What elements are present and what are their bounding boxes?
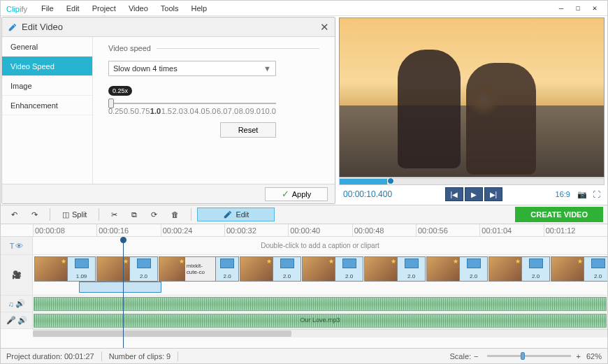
caption-hint[interactable]: Double-click to add a caption or clipart	[33, 242, 607, 249]
video-clip[interactable]: ★mixkit-cute-co2.0	[159, 256, 239, 282]
tab-video-speed[interactable]: Video Speed	[2, 57, 92, 76]
edit-content: Video speed Slow down 4 times ▼ 0.25x 0.…	[93, 37, 335, 184]
playback-progress[interactable]	[339, 178, 605, 185]
audio-track-1: ♫🔊	[1, 296, 607, 312]
clip-duration-box: 1.09	[67, 257, 95, 281]
clip-thumbnail: ★	[365, 257, 397, 281]
audio-waveform-1[interactable]	[34, 297, 607, 311]
chevron-down-icon: ▼	[263, 64, 271, 73]
reset-button[interactable]: Reset	[220, 122, 276, 138]
split-button[interactable]: ◫Split	[56, 208, 93, 221]
tab-general[interactable]: General	[2, 37, 92, 57]
speed-dropdown[interactable]: Slow down 4 times ▼	[108, 61, 276, 76]
clip-thumbnail: ★	[35, 257, 67, 281]
clips-count-value: 9	[166, 352, 171, 361]
clip-thumbnail: ★	[489, 257, 521, 281]
camera-icon: 🎥	[12, 270, 22, 279]
scale-label: Scale:	[450, 352, 472, 361]
slider-thumb[interactable]	[108, 99, 114, 108]
prev-button[interactable]: |◀	[445, 187, 463, 201]
app-logo: Clipify	[6, 3, 27, 14]
window-controls: — ☐ ✕	[554, 3, 602, 13]
clip-duration-box: 2.0	[459, 257, 487, 281]
statusbar: Project duration: 00:01:27 Number of cli…	[1, 348, 607, 363]
menu-video[interactable]: Video	[129, 4, 148, 13]
speed-slider[interactable]: 0.250.50.751.01.52.03.04.05.06.07.08.09.…	[108, 103, 276, 115]
edit-button[interactable]: Edit	[197, 208, 275, 221]
maximize-button[interactable]: ☐	[571, 3, 585, 13]
scale-minus[interactable]: −	[474, 352, 478, 361]
menu-file[interactable]: File	[41, 4, 54, 13]
edit-panel-header: Edit Video ✕	[2, 17, 335, 37]
mic-icon: 🎤	[6, 316, 16, 325]
menu-project[interactable]: Project	[92, 4, 116, 13]
timeline-scrollbar[interactable]	[33, 329, 607, 337]
selection-box[interactable]	[79, 282, 161, 293]
scale-slider[interactable]	[487, 355, 571, 357]
audio2-track-head[interactable]: 🎤🔊	[1, 312, 33, 328]
audio1-track-head[interactable]: ♫🔊	[1, 296, 33, 312]
video-clip[interactable]: ★2.0	[364, 256, 426, 282]
fullscreen-icon[interactable]: ⛶	[593, 190, 600, 199]
pencil-icon	[223, 210, 233, 219]
snapshot-icon[interactable]: 📷	[577, 190, 587, 199]
scale-value: 62%	[586, 352, 602, 361]
cut-button[interactable]: ✂	[105, 208, 124, 221]
speaker-icon[interactable]: 🔊	[15, 299, 25, 308]
close-button[interactable]: ✕	[588, 3, 602, 13]
menu-help[interactable]: Help	[191, 4, 208, 13]
clip-thumbnail: ★	[551, 257, 584, 281]
menu-tools[interactable]: Tools	[161, 4, 179, 13]
clip-duration-box: 2.0	[397, 257, 425, 281]
star-icon: ★	[453, 258, 458, 265]
clips-count-label: Number of clips:	[109, 352, 164, 361]
edit-panel-close[interactable]: ✕	[320, 21, 329, 34]
star-icon: ★	[515, 258, 521, 265]
tab-enhancement[interactable]: Enhancement	[2, 96, 92, 115]
video-clip[interactable]: ★2.0	[426, 256, 488, 282]
play-button[interactable]: ▶	[465, 187, 483, 201]
crop-button[interactable]: ⧉	[125, 208, 143, 221]
clip-filename: mixkit-cute-co	[185, 257, 215, 281]
playhead[interactable]	[123, 237, 124, 348]
timeline-ruler[interactable]: 00:00:0800:00:1600:00:2400:00:3200:00:40…	[1, 224, 607, 237]
edit-panel-title: Edit Video	[22, 22, 63, 32]
menu-edit[interactable]: Edit	[66, 4, 80, 13]
delete-button[interactable]: 🗑	[165, 208, 185, 221]
next-button[interactable]: ▶|	[484, 187, 502, 201]
apply-button[interactable]: ✓Apply	[265, 187, 328, 201]
video-clip[interactable]: ★2.0	[240, 256, 301, 282]
speaker-icon[interactable]: 🔊	[17, 316, 27, 325]
clip-duration-box: 2.0	[215, 257, 238, 281]
preview-pane: 00:00:10.400 |◀ ▶ ▶| 16:9 📷 ⛶	[336, 16, 607, 205]
redo-button[interactable]: ↷	[25, 208, 44, 221]
timecode: 00:00:10.400	[343, 189, 392, 199]
text-icon: T	[10, 242, 15, 250]
video-clip[interactable]: ★1.09	[34, 256, 96, 282]
star-icon: ★	[61, 258, 66, 265]
star-icon: ★	[391, 258, 396, 265]
video-preview[interactable]	[339, 17, 605, 177]
scale-plus[interactable]: +	[577, 352, 581, 361]
aspect-ratio[interactable]: 16:9	[556, 190, 570, 198]
edit-tabs: General Video Speed Image Enhancement	[2, 37, 93, 184]
video-clip[interactable]: ★2.0	[551, 256, 607, 282]
visibility-icon[interactable]: 👁	[15, 242, 23, 250]
audio-waveform-2[interactable]: Our Love.mp3	[34, 314, 607, 328]
video-track-head[interactable]: 🎥	[1, 255, 33, 295]
star-icon: ★	[577, 258, 583, 265]
video-clip[interactable]: ★2.0	[96, 256, 158, 282]
video-clip[interactable]: ★2.0	[302, 256, 363, 282]
minimize-button[interactable]: —	[554, 3, 568, 13]
create-video-button[interactable]: CREATE VIDEO	[515, 207, 603, 222]
clip-thumbnail: ★	[427, 257, 459, 281]
tab-image[interactable]: Image	[2, 76, 92, 96]
video-clip[interactable]: ★2.0	[488, 256, 550, 282]
caption-track-head[interactable]: T👁	[1, 237, 33, 254]
progress-thumb[interactable]	[387, 177, 394, 184]
rotate-button[interactable]: ⟳	[145, 208, 164, 221]
video-track: 🎥 ★1.09★2.0★mixkit-cute-co2.0★2.0★2.0★2.…	[1, 255, 607, 296]
clip-duration-box: 2.0	[273, 257, 301, 281]
undo-button[interactable]: ↶	[5, 208, 24, 221]
clip-duration-box: 2.0	[521, 257, 549, 281]
